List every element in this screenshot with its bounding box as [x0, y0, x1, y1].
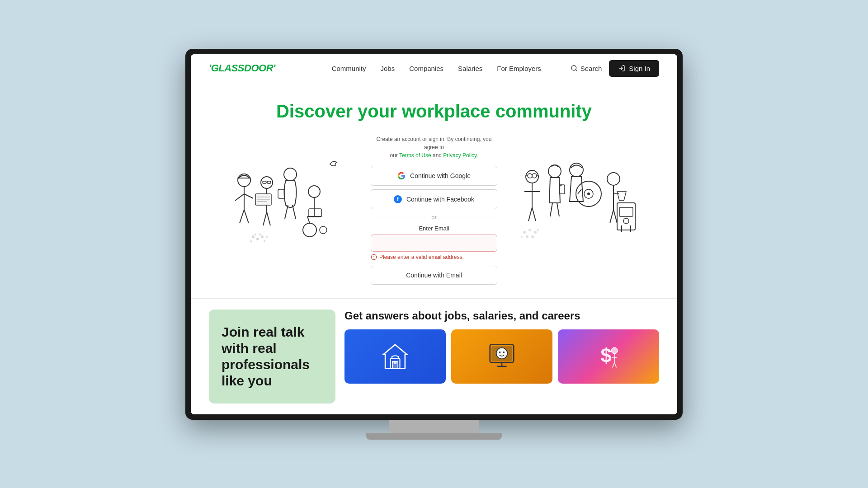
- answers-section: Get answers about jobs, salaries, and ca…: [344, 310, 659, 404]
- svg-point-32: [256, 238, 259, 240]
- google-icon: [397, 172, 406, 180]
- facebook-icon: f: [394, 195, 402, 203]
- search-button[interactable]: Search: [571, 65, 602, 72]
- nav-jobs[interactable]: Jobs: [381, 65, 395, 72]
- auth-form: Create an account or sign in. By continu…: [371, 135, 497, 285]
- svg-point-81: [394, 361, 397, 364]
- nav-for-employers[interactable]: For Employers: [497, 65, 541, 72]
- svg-text:$: $: [601, 344, 612, 366]
- nav-companies[interactable]: Companies: [409, 65, 443, 72]
- svg-point-33: [261, 235, 264, 238]
- svg-line-54: [550, 203, 552, 216]
- svg-point-41: [373, 258, 374, 258]
- svg-point-85: [499, 351, 501, 353]
- svg-point-26: [320, 226, 327, 234]
- svg-point-59: [587, 192, 590, 195]
- svg-point-36: [250, 240, 252, 242]
- email-label: Enter Email: [371, 225, 497, 232]
- sign-in-button[interactable]: Sign In: [609, 60, 659, 77]
- svg-point-71: [523, 231, 526, 234]
- monitor-stand: [389, 420, 479, 433]
- svg-point-90: [611, 347, 618, 353]
- right-illustration: [515, 155, 642, 264]
- or-divider: or: [371, 214, 497, 221]
- house-briefcase-icon: [379, 341, 411, 372]
- monitor-base: [366, 433, 502, 440]
- sign-in-icon: [618, 65, 625, 72]
- email-input[interactable]: [371, 235, 497, 252]
- svg-point-34: [255, 234, 256, 235]
- svg-line-64: [610, 210, 613, 223]
- svg-point-74: [526, 235, 528, 238]
- search-icon: [571, 65, 578, 72]
- svg-line-50: [532, 207, 536, 221]
- svg-point-25: [303, 223, 316, 237]
- nav-actions: Search Sign In: [571, 60, 659, 77]
- svg-line-93: [613, 362, 614, 367]
- svg-line-55: [557, 203, 559, 216]
- svg-line-29: [307, 216, 310, 223]
- left-illustration: [226, 155, 353, 264]
- svg-point-75: [531, 235, 534, 238]
- svg-line-23: [292, 205, 296, 219]
- topic-card-salary[interactable]: $: [558, 329, 659, 384]
- navbar: 'GLASSDOOR' Community Jobs Companies Sal…: [191, 54, 677, 83]
- facebook-signin-button[interactable]: f Continue with Facebook: [371, 189, 497, 209]
- topic-card-work-life[interactable]: [344, 329, 446, 384]
- svg-point-0: [571, 66, 576, 70]
- join-card-title: Join real talk with real professionals l…: [222, 324, 323, 389]
- svg-point-73: [534, 231, 537, 234]
- svg-line-60: [578, 189, 581, 194]
- topic-card-tech[interactable]: [451, 329, 552, 384]
- privacy-link[interactable]: Privacy Policy: [443, 152, 476, 159]
- error-icon: [371, 254, 377, 260]
- google-signin-button[interactable]: Continue with Google: [371, 166, 497, 186]
- svg-point-72: [528, 229, 531, 231]
- svg-point-68: [623, 218, 629, 224]
- computer-smiley-icon: [486, 341, 518, 372]
- logo[interactable]: 'GLASSDOOR': [209, 62, 275, 74]
- svg-point-31: [252, 235, 255, 238]
- svg-line-19: [267, 212, 270, 225]
- svg-line-49: [528, 207, 532, 221]
- terms-link[interactable]: Terms of Use: [399, 152, 431, 159]
- svg-rect-67: [619, 207, 633, 216]
- svg-point-24: [308, 186, 320, 197]
- svg-point-86: [503, 351, 505, 353]
- svg-point-61: [607, 173, 620, 185]
- svg-point-77: [521, 236, 523, 238]
- auth-description: Create an account or sign in. By continu…: [371, 135, 497, 160]
- svg-line-18: [263, 212, 267, 225]
- topic-cards-grid: $: [344, 329, 659, 384]
- svg-point-76: [537, 229, 539, 231]
- svg-line-1: [576, 70, 577, 71]
- answers-title: Get answers about jobs, salaries, and ca…: [344, 310, 659, 322]
- svg-line-22: [285, 205, 288, 219]
- svg-point-37: [264, 240, 265, 242]
- svg-point-3: [238, 174, 250, 187]
- svg-line-94: [614, 362, 616, 367]
- salary-negotiation-icon: $: [593, 341, 624, 372]
- bottom-section: Join real talk with real professionals l…: [191, 299, 677, 414]
- svg-line-9: [244, 210, 249, 223]
- email-error: Please enter a valid email address.: [371, 254, 497, 260]
- hero-section: Discover your workplace community: [191, 83, 677, 299]
- svg-line-6: [235, 194, 244, 201]
- nav-salaries[interactable]: Salaries: [458, 65, 482, 72]
- svg-point-35: [259, 234, 261, 235]
- svg-line-8: [240, 210, 244, 223]
- svg-rect-12: [267, 181, 271, 183]
- svg-rect-30: [309, 209, 321, 217]
- svg-point-38: [266, 236, 268, 238]
- svg-point-20: [284, 168, 297, 181]
- svg-point-51: [548, 165, 561, 178]
- svg-point-44: [532, 174, 537, 178]
- hero-title: Discover your workplace community: [209, 101, 659, 122]
- nav-links: Community Jobs Companies Salaries For Em…: [302, 65, 571, 72]
- join-card: Join real talk with real professionals l…: [209, 310, 335, 404]
- hero-content: Create an account or sign in. By continu…: [209, 135, 659, 285]
- svg-line-65: [613, 210, 617, 223]
- nav-community[interactable]: Community: [332, 65, 366, 72]
- email-continue-button[interactable]: Continue with Email: [371, 266, 497, 285]
- svg-rect-11: [263, 181, 266, 183]
